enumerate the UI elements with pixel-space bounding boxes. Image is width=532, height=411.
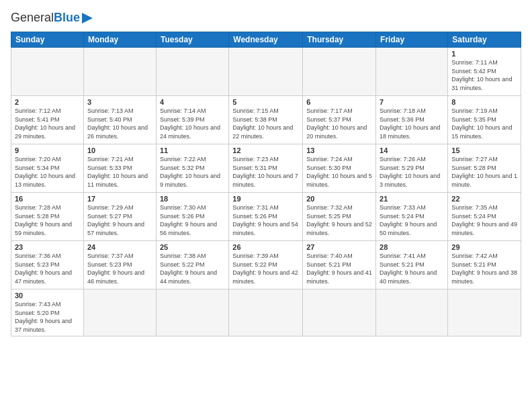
day-number: 22	[451, 195, 517, 203]
calendar-cell: 20Sunrise: 7:32 AM Sunset: 5:25 PM Dayli…	[303, 193, 376, 241]
day-number: 14	[380, 146, 444, 154]
day-info: Sunrise: 7:21 AM Sunset: 5:33 PM Dayligh…	[87, 155, 152, 189]
day-number: 7	[380, 98, 444, 106]
day-info: Sunrise: 7:29 AM Sunset: 5:27 PM Dayligh…	[87, 203, 152, 237]
calendar-cell	[11, 48, 84, 96]
logo-icon	[82, 13, 93, 24]
calendar-week-2: 9Sunrise: 7:20 AM Sunset: 5:34 PM Daylig…	[11, 144, 521, 193]
calendar-cell: 4Sunrise: 7:14 AM Sunset: 5:39 PM Daylig…	[156, 96, 228, 144]
calendar-cell: 30Sunrise: 7:43 AM Sunset: 5:20 PM Dayli…	[11, 289, 84, 336]
calendar-cell: 28Sunrise: 7:41 AM Sunset: 5:21 PM Dayli…	[376, 241, 448, 289]
day-info: Sunrise: 7:36 AM Sunset: 5:23 PM Dayligh…	[15, 252, 80, 285]
calendar-cell: 24Sunrise: 7:37 AM Sunset: 5:23 PM Dayli…	[83, 241, 156, 289]
day-number: 21	[380, 195, 444, 203]
day-number: 3	[87, 98, 152, 106]
logo: General Blue	[11, 11, 93, 25]
day-number: 17	[87, 195, 152, 203]
day-info: Sunrise: 7:18 AM Sunset: 5:36 PM Dayligh…	[380, 107, 444, 140]
day-info: Sunrise: 7:30 AM Sunset: 5:26 PM Dayligh…	[160, 203, 225, 237]
calendar-cell	[83, 289, 156, 336]
day-info: Sunrise: 7:17 AM Sunset: 5:37 PM Dayligh…	[306, 107, 372, 140]
day-info: Sunrise: 7:41 AM Sunset: 5:21 PM Dayligh…	[380, 252, 444, 285]
day-info: Sunrise: 7:14 AM Sunset: 5:39 PM Dayligh…	[160, 107, 225, 140]
day-info: Sunrise: 7:42 AM Sunset: 5:21 PM Dayligh…	[451, 252, 517, 285]
calendar-cell: 5Sunrise: 7:15 AM Sunset: 5:38 PM Daylig…	[229, 96, 303, 144]
day-info: Sunrise: 7:22 AM Sunset: 5:32 PM Dayligh…	[160, 155, 225, 189]
day-header-thursday: Thursday	[303, 32, 376, 48]
day-info: Sunrise: 7:38 AM Sunset: 5:22 PM Dayligh…	[160, 252, 225, 285]
day-number: 4	[160, 98, 225, 106]
day-info: Sunrise: 7:37 AM Sunset: 5:23 PM Dayligh…	[87, 252, 152, 285]
calendar-week-0: 1Sunrise: 7:11 AM Sunset: 5:42 PM Daylig…	[11, 48, 521, 96]
day-info: Sunrise: 7:33 AM Sunset: 5:24 PM Dayligh…	[380, 203, 444, 237]
calendar-cell: 18Sunrise: 7:30 AM Sunset: 5:26 PM Dayli…	[156, 193, 228, 241]
calendar-cell: 9Sunrise: 7:20 AM Sunset: 5:34 PM Daylig…	[11, 144, 84, 193]
day-number: 10	[87, 146, 152, 154]
calendar-cell: 25Sunrise: 7:38 AM Sunset: 5:22 PM Dayli…	[156, 241, 228, 289]
day-info: Sunrise: 7:13 AM Sunset: 5:40 PM Dayligh…	[87, 107, 152, 140]
calendar-cell: 14Sunrise: 7:26 AM Sunset: 5:29 PM Dayli…	[376, 144, 448, 193]
calendar-week-3: 16Sunrise: 7:28 AM Sunset: 5:28 PM Dayli…	[11, 193, 521, 241]
calendar-cell	[156, 48, 228, 96]
calendar: SundayMondayTuesdayWednesdayThursdayFrid…	[11, 32, 521, 336]
day-info: Sunrise: 7:27 AM Sunset: 5:28 PM Dayligh…	[451, 155, 517, 189]
calendar-cell: 22Sunrise: 7:35 AM Sunset: 5:24 PM Dayli…	[448, 193, 521, 241]
day-number: 20	[306, 195, 372, 203]
calendar-cell: 29Sunrise: 7:42 AM Sunset: 5:21 PM Dayli…	[448, 241, 521, 289]
day-number: 23	[15, 243, 80, 251]
calendar-cell	[83, 48, 156, 96]
calendar-cell: 23Sunrise: 7:36 AM Sunset: 5:23 PM Dayli…	[11, 241, 84, 289]
calendar-cell	[229, 289, 303, 336]
day-info: Sunrise: 7:11 AM Sunset: 5:42 PM Dayligh…	[451, 58, 517, 92]
day-info: Sunrise: 7:12 AM Sunset: 5:41 PM Dayligh…	[15, 107, 80, 140]
calendar-cell: 8Sunrise: 7:19 AM Sunset: 5:35 PM Daylig…	[448, 96, 521, 144]
page: General Blue SundayMondayTuesdayWednesda…	[0, 0, 532, 411]
day-header-monday: Monday	[83, 32, 156, 48]
logo-blue: Blue	[54, 11, 80, 25]
day-number: 12	[232, 146, 299, 154]
day-info: Sunrise: 7:15 AM Sunset: 5:38 PM Dayligh…	[232, 107, 299, 140]
day-number: 16	[15, 195, 80, 203]
day-number: 11	[160, 146, 225, 154]
calendar-cell	[229, 48, 303, 96]
calendar-cell: 11Sunrise: 7:22 AM Sunset: 5:32 PM Dayli…	[156, 144, 228, 193]
day-number: 13	[306, 146, 372, 154]
day-number: 2	[15, 98, 80, 106]
day-header-sunday: Sunday	[11, 32, 84, 48]
day-info: Sunrise: 7:28 AM Sunset: 5:28 PM Dayligh…	[15, 203, 80, 237]
calendar-cell: 21Sunrise: 7:33 AM Sunset: 5:24 PM Dayli…	[376, 193, 448, 241]
calendar-cell: 13Sunrise: 7:24 AM Sunset: 5:30 PM Dayli…	[303, 144, 376, 193]
calendar-header-row: SundayMondayTuesdayWednesdayThursdayFrid…	[11, 32, 521, 48]
day-number: 29	[451, 243, 517, 251]
day-info: Sunrise: 7:26 AM Sunset: 5:29 PM Dayligh…	[380, 155, 444, 189]
day-info: Sunrise: 7:23 AM Sunset: 5:31 PM Dayligh…	[232, 155, 299, 189]
calendar-cell: 16Sunrise: 7:28 AM Sunset: 5:28 PM Dayli…	[11, 193, 84, 241]
calendar-cell	[448, 289, 521, 336]
day-info: Sunrise: 7:32 AM Sunset: 5:25 PM Dayligh…	[306, 203, 372, 237]
day-number: 25	[160, 243, 225, 251]
calendar-cell: 6Sunrise: 7:17 AM Sunset: 5:37 PM Daylig…	[303, 96, 376, 144]
day-info: Sunrise: 7:31 AM Sunset: 5:26 PM Dayligh…	[232, 203, 299, 237]
day-number: 6	[306, 98, 372, 106]
calendar-cell: 26Sunrise: 7:39 AM Sunset: 5:22 PM Dayli…	[229, 241, 303, 289]
calendar-cell: 1Sunrise: 7:11 AM Sunset: 5:42 PM Daylig…	[448, 48, 521, 96]
calendar-cell: 7Sunrise: 7:18 AM Sunset: 5:36 PM Daylig…	[376, 96, 448, 144]
day-number: 5	[232, 98, 299, 106]
calendar-week-5: 30Sunrise: 7:43 AM Sunset: 5:20 PM Dayli…	[11, 289, 521, 336]
day-info: Sunrise: 7:43 AM Sunset: 5:20 PM Dayligh…	[15, 300, 80, 334]
calendar-cell	[376, 48, 448, 96]
day-number: 24	[87, 243, 152, 251]
day-number: 9	[15, 146, 80, 154]
day-header-saturday: Saturday	[448, 32, 521, 48]
day-header-wednesday: Wednesday	[229, 32, 303, 48]
calendar-cell	[156, 289, 228, 336]
day-info: Sunrise: 7:39 AM Sunset: 5:22 PM Dayligh…	[232, 252, 299, 285]
day-number: 15	[451, 146, 517, 154]
calendar-cell: 3Sunrise: 7:13 AM Sunset: 5:40 PM Daylig…	[83, 96, 156, 144]
calendar-cell: 27Sunrise: 7:40 AM Sunset: 5:21 PM Dayli…	[303, 241, 376, 289]
calendar-cell: 15Sunrise: 7:27 AM Sunset: 5:28 PM Dayli…	[448, 144, 521, 193]
day-info: Sunrise: 7:24 AM Sunset: 5:30 PM Dayligh…	[306, 155, 372, 189]
header: General Blue	[11, 11, 521, 25]
logo-general: General	[11, 11, 54, 25]
day-number: 30	[15, 291, 80, 300]
